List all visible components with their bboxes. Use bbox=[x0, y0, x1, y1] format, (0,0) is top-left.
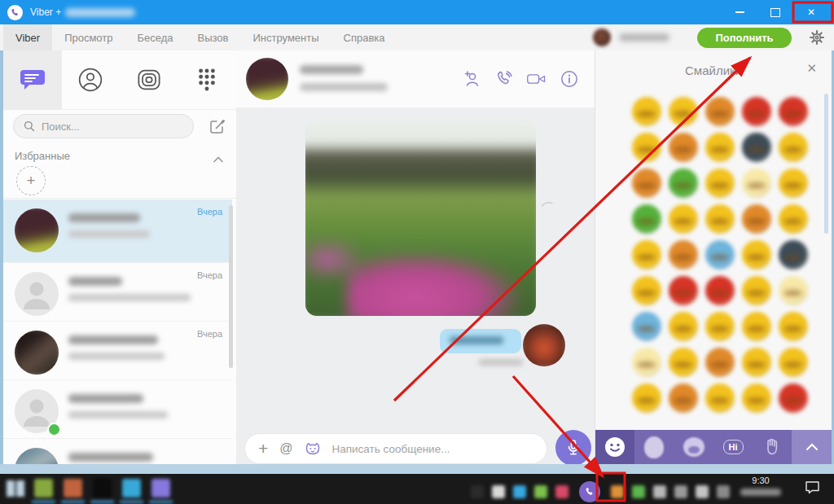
emoji-item[interactable] bbox=[742, 204, 771, 234]
menu-item-2[interactable]: Просмотр bbox=[52, 24, 125, 50]
message-input[interactable]: + @ Написать сообщение... bbox=[244, 433, 547, 464]
chat-list-item[interactable] bbox=[3, 380, 232, 439]
emoji-item[interactable] bbox=[742, 312, 771, 341]
add-favorite-button[interactable]: + bbox=[16, 166, 46, 195]
emoji-item[interactable] bbox=[669, 383, 698, 413]
emoji-item[interactable] bbox=[779, 169, 808, 198]
sticker-tab-smiley[interactable] bbox=[595, 430, 634, 464]
menu-item-3[interactable]: Беседа bbox=[125, 24, 186, 50]
attach-plus-icon[interactable]: + bbox=[258, 439, 268, 458]
tab-public-accounts[interactable] bbox=[120, 50, 178, 109]
emoji-item[interactable] bbox=[669, 348, 698, 377]
call-icon[interactable] bbox=[494, 68, 515, 90]
compose-icon[interactable] bbox=[208, 117, 228, 137]
chat-list-item[interactable] bbox=[3, 439, 232, 464]
emoji-item[interactable] bbox=[742, 240, 771, 270]
chat-list-scrollbar[interactable] bbox=[229, 205, 233, 368]
chat-list-item[interactable]: Вчера bbox=[3, 199, 232, 263]
reply-arrow-icon[interactable] bbox=[541, 197, 554, 212]
sticker-cat-icon[interactable] bbox=[303, 440, 323, 458]
settings-gear-icon[interactable] bbox=[806, 27, 827, 48]
tray-icon[interactable] bbox=[611, 485, 624, 498]
emoji-item[interactable] bbox=[669, 169, 698, 198]
taskbar-app-icon[interactable] bbox=[93, 479, 112, 497]
emoji-item[interactable] bbox=[779, 240, 808, 270]
taskbar-app-icon[interactable] bbox=[34, 479, 53, 497]
sticker-tab-hi[interactable]: Hi bbox=[713, 430, 753, 464]
emoji-item[interactable] bbox=[779, 383, 808, 413]
message-bubble[interactable] bbox=[440, 329, 521, 353]
emoji-item[interactable] bbox=[632, 97, 661, 126]
emoji-item[interactable] bbox=[705, 312, 735, 341]
emoji-item[interactable] bbox=[632, 133, 661, 162]
chat-list-item[interactable]: Вчера bbox=[3, 322, 232, 380]
emoji-item[interactable] bbox=[632, 276, 661, 305]
emoji-item[interactable] bbox=[632, 204, 661, 234]
emoji-item[interactable] bbox=[669, 133, 698, 162]
emoji-item[interactable] bbox=[742, 169, 771, 198]
emoji-item[interactable] bbox=[705, 276, 735, 305]
minimize-button[interactable] bbox=[722, 0, 757, 24]
emoji-item[interactable] bbox=[669, 97, 698, 126]
mention-at-icon[interactable]: @ bbox=[279, 441, 292, 456]
emoji-item[interactable] bbox=[705, 204, 735, 234]
stickers-close-icon[interactable]: ✕ bbox=[806, 61, 817, 76]
tray-icon[interactable] bbox=[513, 485, 526, 498]
video-call-icon[interactable] bbox=[526, 68, 547, 90]
tray-icon[interactable] bbox=[471, 485, 484, 498]
emoji-item[interactable] bbox=[779, 348, 808, 377]
emoji-item[interactable] bbox=[742, 383, 771, 413]
sticker-tab-collapse[interactable] bbox=[792, 430, 831, 464]
chat-list-item[interactable]: Вчера bbox=[3, 263, 232, 322]
emoji-item[interactable] bbox=[632, 383, 661, 413]
emoji-scrollbar[interactable] bbox=[824, 94, 828, 234]
emoji-item[interactable] bbox=[705, 169, 735, 198]
user-avatar[interactable] bbox=[593, 28, 611, 46]
taskbar-app-icon[interactable] bbox=[122, 479, 141, 497]
sticker-tab-owl[interactable] bbox=[634, 430, 674, 464]
taskbar-clock[interactable]: 9:30 bbox=[737, 476, 784, 496]
start-button[interactable] bbox=[7, 480, 24, 497]
topup-button[interactable]: Пополнить bbox=[697, 28, 792, 48]
emoji-item[interactable] bbox=[632, 169, 661, 198]
voice-message-button[interactable] bbox=[555, 430, 591, 464]
emoji-item[interactable] bbox=[705, 348, 735, 377]
emoji-item[interactable] bbox=[742, 348, 771, 377]
photo-message[interactable] bbox=[305, 121, 536, 316]
emoji-item[interactable] bbox=[669, 312, 698, 341]
emoji-item[interactable] bbox=[669, 276, 698, 305]
tray-icon[interactable] bbox=[632, 485, 645, 498]
taskbar-app-icon[interactable] bbox=[64, 479, 82, 497]
viber-tray-icon[interactable] bbox=[579, 481, 600, 502]
emoji-item[interactable] bbox=[742, 97, 771, 126]
tray-icon[interactable] bbox=[555, 485, 568, 498]
emoji-item[interactable] bbox=[779, 97, 808, 126]
emoji-item[interactable] bbox=[632, 240, 661, 270]
menu-item-6[interactable]: Справка bbox=[331, 24, 397, 50]
emoji-item[interactable] bbox=[669, 240, 698, 270]
tray-icon[interactable] bbox=[674, 485, 687, 498]
emoji-item[interactable] bbox=[742, 133, 771, 162]
info-icon[interactable] bbox=[559, 68, 580, 90]
add-participant-icon[interactable] bbox=[461, 68, 482, 90]
menu-item-5[interactable]: Инструменты bbox=[241, 24, 331, 50]
emoji-item[interactable] bbox=[632, 312, 661, 341]
emoji-item[interactable] bbox=[669, 204, 698, 234]
tray-icon[interactable] bbox=[653, 485, 666, 498]
tab-dialpad[interactable] bbox=[178, 50, 237, 109]
emoji-item[interactable] bbox=[632, 348, 661, 377]
tab-contacts[interactable] bbox=[62, 50, 121, 109]
emoji-item[interactable] bbox=[705, 97, 735, 126]
maximize-button[interactable] bbox=[757, 0, 793, 24]
emoji-item[interactable] bbox=[705, 383, 735, 413]
menu-item-1[interactable]: Viber bbox=[3, 24, 52, 50]
tray-icon[interactable] bbox=[492, 485, 505, 498]
tray-icon[interactable] bbox=[717, 485, 730, 498]
emoji-item[interactable] bbox=[705, 240, 735, 270]
sticker-tab-monkey[interactable] bbox=[674, 430, 713, 464]
search-input[interactable]: Поиск... bbox=[13, 114, 194, 138]
menu-item-4[interactable]: Вызов bbox=[186, 24, 241, 50]
close-button[interactable]: ✕ bbox=[793, 0, 829, 24]
tab-chats[interactable] bbox=[3, 50, 62, 109]
emoji-item[interactable] bbox=[779, 133, 808, 162]
